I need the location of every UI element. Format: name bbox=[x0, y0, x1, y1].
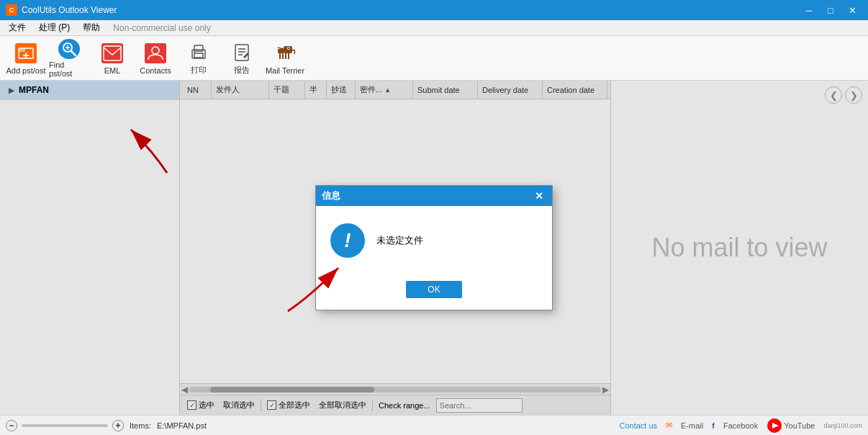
eml-icon bbox=[101, 43, 123, 63]
items-label: Items: bbox=[130, 421, 151, 430]
info-dialog: 信息 ✕ ! 未选定文件 OK bbox=[315, 185, 553, 310]
facebook-icon: f bbox=[712, 421, 715, 430]
print-label: 打印 bbox=[191, 65, 207, 76]
svg-rect-8 bbox=[104, 46, 121, 60]
svg-line-27 bbox=[278, 48, 284, 49]
non-commercial-label: Non-commercial use only bbox=[113, 23, 210, 33]
add-pst-icon bbox=[15, 43, 37, 63]
dialog-icon: ! bbox=[330, 223, 365, 258]
contacts-button[interactable]: Contacts bbox=[135, 39, 176, 78]
zoom-slider[interactable] bbox=[22, 424, 108, 427]
report-button[interactable]: 报告 bbox=[222, 39, 262, 78]
svg-point-13 bbox=[194, 51, 195, 53]
print-icon bbox=[188, 42, 209, 62]
find-pst-button[interactable]: Find pst/ost bbox=[49, 39, 89, 78]
dialog-overlay: 信息 ✕ ! 未选定文件 OK bbox=[0, 81, 868, 415]
maximize-button[interactable]: □ bbox=[820, 0, 841, 20]
terrier-icon bbox=[274, 43, 296, 63]
info-icon: ! bbox=[330, 223, 365, 258]
dialog-message: 未选定文件 bbox=[376, 234, 423, 247]
minimize-button[interactable]: ─ bbox=[799, 0, 819, 20]
menu-file[interactable]: 文件 bbox=[3, 20, 32, 35]
window-controls: ─ □ ✕ bbox=[799, 0, 862, 20]
menu-bar: 文件 处理 (P) 帮助 Non-commercial use only bbox=[0, 20, 868, 36]
find-pst-icon bbox=[58, 39, 80, 59]
report-icon bbox=[231, 42, 253, 62]
find-pst-label: Find pst/ost bbox=[49, 60, 89, 78]
report-label: 报告 bbox=[234, 65, 250, 76]
mail-terrier-label: Mail Terrier bbox=[266, 66, 304, 75]
menu-help[interactable]: 帮助 bbox=[77, 20, 106, 35]
watermark-text: danji100.com bbox=[823, 422, 862, 429]
contacts-icon bbox=[145, 43, 166, 63]
toolbar: Add pst/ost Find pst/ost EML bbox=[0, 36, 868, 81]
dialog-footer: OK bbox=[316, 275, 552, 310]
status-bar: − + Items: E:\MPFAN.pst Contact us ✉ E-m… bbox=[0, 415, 868, 435]
youtube-icon bbox=[767, 418, 782, 434]
app-icon: C bbox=[6, 4, 17, 16]
status-right: Contact us ✉ E-mail f Facebook YouTube d… bbox=[619, 418, 862, 434]
dialog-title: 信息 bbox=[322, 189, 340, 202]
eml-label: EML bbox=[104, 66, 121, 75]
svg-line-5 bbox=[71, 51, 76, 55]
zoom-controls: − + bbox=[6, 420, 124, 431]
dialog-body: ! 未选定文件 bbox=[316, 206, 552, 275]
title-bar: C CoolUtils Outlook Viewer ─ □ ✕ bbox=[0, 0, 868, 20]
email-link[interactable]: E-mail bbox=[681, 421, 703, 430]
facebook-link[interactable]: Facebook bbox=[723, 421, 758, 430]
contacts-label: Contacts bbox=[140, 66, 171, 75]
svg-rect-14 bbox=[235, 45, 248, 60]
mail-terrier-button[interactable]: Mail Terrier bbox=[265, 39, 305, 78]
svg-rect-11 bbox=[194, 45, 203, 51]
svg-point-22 bbox=[288, 48, 289, 49]
file-path: E:\MPFAN.pst bbox=[157, 421, 207, 430]
svg-point-9 bbox=[152, 47, 159, 54]
zoom-plus-button[interactable]: + bbox=[112, 420, 124, 431]
menu-process[interactable]: 处理 (P) bbox=[33, 20, 76, 35]
svg-rect-1 bbox=[19, 48, 25, 52]
close-button[interactable]: ✕ bbox=[842, 0, 862, 20]
svg-rect-19 bbox=[278, 49, 284, 53]
dialog-close-button[interactable]: ✕ bbox=[532, 189, 546, 203]
dialog-title-bar: 信息 ✕ bbox=[316, 186, 552, 206]
print-button[interactable]: 打印 bbox=[178, 39, 219, 78]
youtube-link[interactable]: YouTube bbox=[784, 421, 815, 430]
add-pst-button[interactable]: Add pst/ost bbox=[6, 39, 46, 78]
zoom-minus-button[interactable]: − bbox=[6, 420, 17, 431]
app-title: CoolUtils Outlook Viewer bbox=[22, 5, 117, 15]
contact-us-link[interactable]: Contact us bbox=[619, 421, 657, 430]
svg-rect-12 bbox=[194, 53, 203, 58]
dialog-ok-button[interactable]: OK bbox=[406, 281, 461, 298]
status-left: − + Items: E:\MPFAN.pst bbox=[6, 420, 207, 431]
eml-button[interactable]: EML bbox=[92, 39, 132, 78]
email-icon: ✉ bbox=[666, 421, 672, 430]
add-pst-label: Add pst/ost bbox=[6, 66, 45, 75]
